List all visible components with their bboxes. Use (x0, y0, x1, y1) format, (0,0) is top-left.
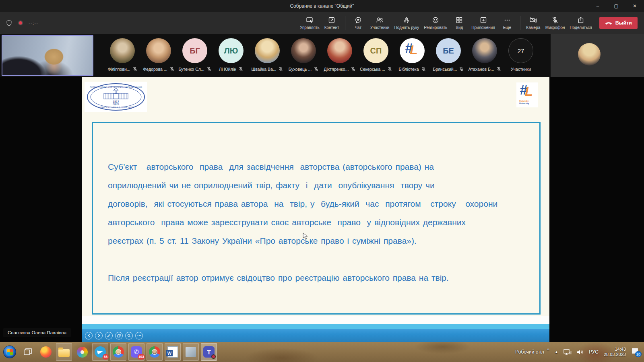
raise-hand-button[interactable]: Поднять руку (392, 13, 421, 33)
mic-muted-icon (314, 67, 318, 72)
firefox-button[interactable] (38, 343, 54, 361)
participant-tile[interactable]: 27 #L Участники (503, 34, 539, 77)
slide-body: Суб’єкт авторського права для засвідченн… (108, 158, 539, 250)
leave-button[interactable]: Выйти (599, 17, 638, 29)
word-button[interactable]: W (165, 343, 181, 361)
participant-avatar: #L (400, 38, 425, 63)
participant-tile[interactable]: БГ #L Бутенко Єл... (177, 34, 213, 77)
maximize-button[interactable]: ▢ (607, 0, 625, 12)
participant-tile[interactable]: #L Атаханов Б... (466, 34, 503, 77)
presenter-name-badge: Спасскова Олена Павлівна (3, 328, 71, 337)
viber-button[interactable]: ✆103 (128, 343, 144, 361)
mic-button[interactable]: Микрофон (543, 13, 568, 33)
pen-tool-button[interactable] (105, 332, 113, 339)
show-hidden-icons-button[interactable]: ▲ (555, 350, 558, 354)
grid-view-icon (455, 16, 463, 24)
presence-busy-icon (211, 354, 216, 359)
slides-overview-button[interactable] (115, 332, 123, 339)
smiley-icon (431, 16, 440, 24)
participant-name: Федорова ... (143, 67, 167, 72)
mic-muted-icon (497, 67, 501, 72)
participant-tile[interactable]: БЕ #L Брянський... (430, 34, 466, 77)
network-icon[interactable] (564, 349, 572, 355)
more-button[interactable]: Еще (497, 13, 517, 33)
leave-button-label: Выйти (615, 20, 632, 26)
slide-accent-strip (82, 324, 549, 329)
participant-tiles: #L Філіппови... #L Федорова ... (104, 34, 539, 77)
notes-button[interactable] (183, 343, 199, 361)
chat-button[interactable]: Чат (349, 13, 368, 33)
close-button[interactable]: ✕ (625, 0, 644, 12)
emblem-city: ОДЕСА (113, 103, 120, 105)
language-indicator[interactable]: РУС (589, 349, 599, 355)
next-slide-button[interactable] (95, 332, 103, 339)
participant-photo-avatar[interactable] (578, 43, 601, 66)
notes-icon (186, 347, 196, 357)
presentation-control-bar (82, 329, 549, 342)
avatar-initials: БЕ (443, 46, 454, 56)
manage-button[interactable]: Управлять (297, 13, 322, 33)
meeting-status-group: --:-- (6, 20, 38, 27)
participant-tile[interactable]: ЛЮ #L Лі Юйлін (213, 34, 249, 77)
slide-text-line: реєстрах (п. 5 ст. 11 Закону України «Пр… (108, 232, 539, 250)
slide-text-line: авторського права може зареєструвати сво… (108, 213, 539, 232)
react-button[interactable]: Реагировать (421, 13, 450, 33)
participant-name: Секерська ... (360, 67, 385, 72)
participant-tile[interactable]: #L Бібліотека (394, 34, 430, 77)
participant-name: Лі Юйлін (219, 67, 236, 72)
title-bar: Собрание в канале "Общий" – ▢ ✕ (0, 0, 644, 12)
slide-text-line: договорів, які стосуються права автора н… (108, 195, 539, 213)
action-center-button[interactable]: 20 (631, 348, 640, 356)
participant-tile[interactable]: СП #L Секерська ... (358, 34, 394, 77)
participant-tile[interactable]: #L Швайка Ва... (249, 34, 285, 77)
start-button[interactable] (2, 343, 18, 361)
chrome-profile2-button[interactable] (147, 343, 163, 361)
gallery-side-panel (551, 34, 644, 77)
avatar-initials: БГ (190, 46, 200, 56)
system-tray: Робочий стіл » ▲ РУС 14:43 28.03.2023 20 (515, 347, 644, 357)
view-button[interactable]: Вид (450, 13, 469, 33)
content-share-icon (328, 16, 336, 24)
chrome-profile1-button[interactable] (110, 343, 126, 361)
participant-name: Діхтяренко... (324, 67, 349, 72)
apps-button[interactable]: Приложения (469, 13, 497, 33)
shared-content-stage: ПІВДЕННОУКРАЇНСЬКИЙ НАЦІОНАЛЬНИЙ ПЕДАГОГ… (0, 77, 644, 342)
minimize-button[interactable]: – (588, 0, 607, 12)
windows-taskbar: 56 ✆103 W T Робочий стіл » ▲ РУС 14:43 2… (0, 342, 644, 362)
task-view-button[interactable] (20, 343, 36, 361)
teams-button[interactable]: T (201, 343, 217, 361)
participant-avatar: #L (146, 38, 171, 63)
participant-tile[interactable]: #L Діхтяренко... (322, 34, 358, 77)
content-button[interactable]: Контент (322, 13, 342, 33)
paint-button[interactable] (74, 343, 90, 361)
self-view-video[interactable] (2, 35, 93, 76)
more-presentation-button[interactable] (135, 332, 143, 339)
camera-button[interactable]: Камера (524, 13, 543, 33)
ellipsis-icon (503, 16, 511, 24)
share-button[interactable]: Поделиться (568, 13, 594, 33)
camera-off-icon (529, 16, 538, 24)
mic-muted-icon (133, 67, 137, 72)
participant-tile[interactable]: #L Федорова ... (140, 34, 177, 77)
mic-muted-icon (170, 67, 174, 72)
participants-button[interactable]: Участники (368, 13, 392, 33)
participant-tile[interactable]: #L Буховець ... (285, 34, 322, 77)
toolbar-divider (345, 16, 345, 30)
previous-slide-button[interactable] (85, 332, 93, 339)
ushynsky-logo: #L Ushynsky University (516, 82, 538, 107)
participant-avatar: #L (255, 38, 280, 63)
telegram-button[interactable]: 56 (92, 343, 108, 361)
manage-screen-icon (305, 16, 314, 24)
avatar-initials: ЛЮ (224, 46, 238, 56)
explorer-button[interactable] (56, 343, 72, 361)
participant-name: Участники (511, 67, 531, 72)
speaker-icon[interactable] (577, 349, 584, 355)
magnifier-button[interactable] (125, 332, 133, 339)
toolbar-expand-chevron[interactable]: » (547, 347, 549, 352)
participant-filmstrip: #L Філіппови... #L Федорова ... (0, 34, 644, 77)
participant-name: Філіппови... (107, 67, 130, 72)
desktop-toolbar-label[interactable]: Робочий стіл (515, 349, 544, 355)
participant-tile[interactable]: #L Філіппови... (104, 34, 140, 77)
taskbar-clock[interactable]: 14:43 28.03.2023 (604, 347, 626, 357)
mic-muted-icon (351, 67, 355, 72)
